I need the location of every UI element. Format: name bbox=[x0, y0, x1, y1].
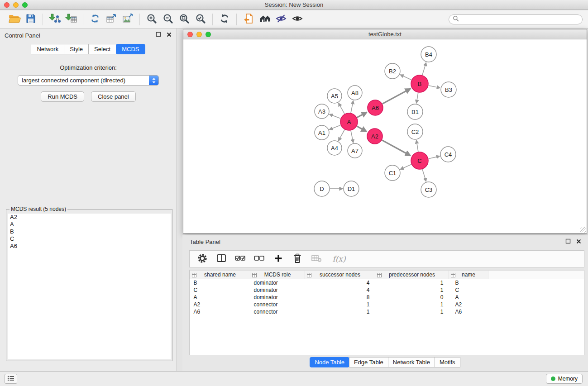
zoom-selected-button[interactable] bbox=[192, 12, 209, 27]
graph-edge-C-C4[interactable] bbox=[429, 156, 440, 159]
tab-style[interactable]: Style bbox=[64, 44, 89, 54]
graph-edge-B-B2[interactable] bbox=[400, 75, 411, 80]
close-panel-button[interactable] bbox=[575, 238, 582, 245]
graph-node-C4[interactable]: C4 bbox=[440, 147, 456, 162]
list-item[interactable]: C bbox=[8, 235, 171, 243]
run-mcds-button[interactable]: Run MCDS bbox=[41, 91, 84, 102]
graph-edge-C-C1[interactable] bbox=[400, 164, 411, 169]
resize-handle[interactable] bbox=[580, 227, 586, 233]
zoom-in-button[interactable] bbox=[143, 12, 160, 27]
toggle-details-button[interactable] bbox=[273, 12, 289, 27]
graph-node-C[interactable]: C bbox=[411, 152, 428, 169]
mcds-result-list[interactable]: A2 A B C A6 bbox=[8, 214, 171, 359]
save-session-button[interactable] bbox=[23, 12, 39, 27]
tab-select[interactable]: Select bbox=[88, 44, 116, 54]
table-row[interactable]: A2connector11A2 bbox=[190, 301, 584, 308]
list-item[interactable]: A6 bbox=[8, 243, 171, 250]
graph-edge-A2-C[interactable] bbox=[382, 140, 411, 156]
network-canvas[interactable]: B4B2BB3A5A8A6B1A3AC2A1A2A4A7C4CC1DD1C3 bbox=[183, 40, 587, 233]
graph-edge-C-C2[interactable] bbox=[416, 140, 418, 152]
search-field[interactable] bbox=[449, 14, 583, 24]
minimize-window-button[interactable] bbox=[196, 32, 202, 37]
graph-node-B3[interactable]: B3 bbox=[441, 82, 456, 97]
close-window-button[interactable] bbox=[4, 2, 10, 8]
graph-edge-A-A6[interactable] bbox=[357, 112, 367, 118]
graph-edge-A-A8[interactable] bbox=[351, 101, 353, 113]
tab-node-table[interactable]: Node Table bbox=[310, 357, 349, 367]
column-header-shared-name[interactable]: shared name bbox=[190, 271, 250, 279]
open-document-button[interactable] bbox=[240, 12, 257, 27]
graph-edge-A-A2[interactable] bbox=[357, 126, 366, 132]
graph-edge-A-A5[interactable] bbox=[339, 103, 344, 114]
node-table-container[interactable]: shared name MCDS role successor nodes pr… bbox=[189, 270, 584, 355]
table-row[interactable]: Bdominator41B bbox=[190, 279, 584, 286]
graph-edge-C-C3[interactable] bbox=[422, 169, 426, 181]
close-panel-action-button[interactable]: Close panel bbox=[91, 91, 136, 102]
import-network-button[interactable] bbox=[47, 12, 63, 27]
graph-node-C1[interactable]: C1 bbox=[385, 165, 400, 181]
unselect-all-button[interactable] bbox=[253, 252, 266, 266]
criterion-dropdown[interactable]: largest connected component (directed) bbox=[18, 75, 159, 86]
graph-edge-A-A3[interactable] bbox=[330, 114, 341, 118]
graph-edge-B-B3[interactable] bbox=[429, 86, 440, 88]
zoom-window-button[interactable] bbox=[206, 32, 211, 37]
table-settings-button[interactable] bbox=[196, 252, 209, 266]
graph-edge-B-B1[interactable] bbox=[416, 93, 418, 104]
network-window-titlebar[interactable]: testGlobe.txt bbox=[183, 29, 587, 39]
graph-node-A[interactable]: A bbox=[340, 113, 358, 130]
table-row[interactable]: Cdominator41C bbox=[190, 286, 584, 294]
open-session-button[interactable] bbox=[6, 12, 23, 27]
graph-node-A1[interactable]: A1 bbox=[315, 125, 329, 140]
function-builder-button[interactable]: f(x) bbox=[329, 252, 349, 266]
add-column-button[interactable] bbox=[272, 252, 285, 266]
graph-edge-B-B4[interactable] bbox=[422, 62, 426, 75]
memory-button[interactable]: Memory bbox=[546, 374, 583, 384]
search-input[interactable] bbox=[461, 16, 578, 23]
float-panel-button[interactable] bbox=[565, 238, 571, 245]
graph-edge-A6-B[interactable] bbox=[382, 89, 411, 104]
graph-node-A2[interactable]: A2 bbox=[367, 129, 382, 144]
graph-node-A4[interactable]: A4 bbox=[327, 141, 342, 155]
task-history-button[interactable] bbox=[5, 374, 17, 384]
refresh-view-button[interactable] bbox=[216, 12, 233, 27]
graph-node-A5[interactable]: A5 bbox=[327, 89, 342, 103]
list-item[interactable]: A2 bbox=[8, 214, 171, 221]
delete-table-button[interactable] bbox=[310, 252, 323, 266]
show-columns-button[interactable] bbox=[215, 252, 228, 266]
graph-node-B2[interactable]: B2 bbox=[385, 63, 400, 79]
app-titlebar[interactable]: Session: New Session bbox=[0, 0, 588, 10]
graph-node-D[interactable]: D bbox=[314, 181, 330, 196]
graph-edge-A-A4[interactable] bbox=[339, 130, 345, 141]
graph-node-A3[interactable]: A3 bbox=[315, 104, 329, 119]
float-panel-button[interactable] bbox=[155, 32, 162, 38]
import-table-button[interactable] bbox=[63, 12, 79, 27]
graph-node-A8[interactable]: A8 bbox=[348, 86, 362, 100]
minimize-window-button[interactable] bbox=[13, 2, 19, 8]
zoom-window-button[interactable] bbox=[22, 2, 28, 8]
table-row[interactable]: Adominator80A bbox=[190, 294, 584, 301]
delete-column-button[interactable] bbox=[291, 252, 304, 266]
export-network-button[interactable] bbox=[87, 12, 103, 27]
table-row[interactable]: A6connector11A6 bbox=[190, 308, 584, 315]
home-layout-button[interactable] bbox=[257, 12, 273, 27]
graph-node-D1[interactable]: D1 bbox=[344, 181, 359, 196]
graph-edge-A-A1[interactable] bbox=[330, 125, 341, 129]
tab-mcds[interactable]: MCDS bbox=[116, 44, 145, 54]
column-header-mcds-role[interactable]: MCDS role bbox=[250, 271, 305, 279]
show-graphics-button[interactable] bbox=[289, 12, 306, 27]
zoom-fit-button[interactable] bbox=[176, 12, 192, 27]
select-all-button[interactable] bbox=[234, 252, 247, 266]
graph-node-C3[interactable]: C3 bbox=[421, 182, 436, 197]
zoom-out-button[interactable] bbox=[160, 12, 176, 27]
tab-motifs[interactable]: Motifs bbox=[435, 357, 460, 367]
tab-network[interactable]: Network bbox=[31, 44, 64, 54]
column-header-predecessor-nodes[interactable]: predecessor nodes bbox=[375, 271, 449, 279]
graph-edge-A-A7[interactable] bbox=[351, 131, 353, 143]
export-image-button[interactable] bbox=[120, 12, 136, 27]
graph-node-A7[interactable]: A7 bbox=[348, 143, 362, 158]
tab-edge-table[interactable]: Edge Table bbox=[349, 357, 388, 367]
graph-node-A6[interactable]: A6 bbox=[368, 100, 383, 115]
close-panel-button[interactable] bbox=[166, 32, 172, 38]
graph-node-C2[interactable]: C2 bbox=[407, 124, 423, 139]
column-header-successor-nodes[interactable]: successor nodes bbox=[305, 271, 375, 279]
